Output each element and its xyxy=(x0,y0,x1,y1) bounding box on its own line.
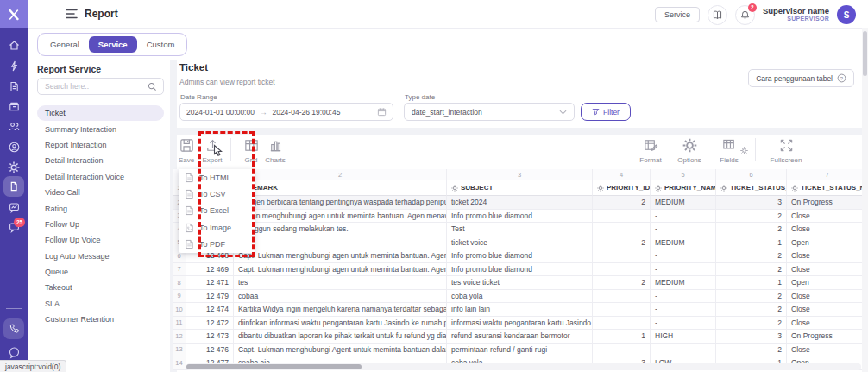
fields-button[interactable]: Fields xyxy=(712,136,746,164)
table-row[interactable]: 812 471testes voice ticket2MEDIUM1Open xyxy=(173,276,868,290)
fullscreen-button[interactable]: Fullscreen xyxy=(766,136,806,164)
format-label: Format xyxy=(633,156,668,164)
bell-icon[interactable]: 2 xyxy=(735,5,755,25)
column-header-ticket_status_id[interactable]: TICKET_STATUS_ID xyxy=(716,180,787,196)
header-gear-icon[interactable] xyxy=(451,185,458,192)
column-header-priority_id[interactable]: PRIORITY_ID xyxy=(593,180,651,196)
menu-icon[interactable] xyxy=(66,9,78,19)
table-cell: On Progress xyxy=(787,330,868,344)
table-row[interactable]: 2an agen berbicara tentang pentingnya wa… xyxy=(173,196,868,210)
options-gear-icon xyxy=(672,136,707,154)
table-row[interactable]: 1312 476Capt. Lukman menghubungi Agent u… xyxy=(173,344,868,357)
report-service-item[interactable]: Summary Interaction xyxy=(37,121,164,136)
home-icon[interactable] xyxy=(0,35,28,55)
user-name: Supervisor name xyxy=(763,7,829,16)
table-row[interactable]: 1012 474Kartika Widya ingin mengeluh kar… xyxy=(173,303,868,317)
charts-toggle-button[interactable]: Charts xyxy=(258,136,292,164)
table-help-label: Cara penggunaan tabel xyxy=(756,74,833,83)
agents-icon[interactable] xyxy=(0,117,28,136)
avatar[interactable]: S xyxy=(837,5,856,24)
service-button[interactable]: Service xyxy=(655,7,700,22)
table-cell: 12 476 xyxy=(186,344,234,357)
filter-button[interactable]: Filter xyxy=(581,103,631,121)
table-cell: permintaan refund / ganti rugi xyxy=(447,344,593,357)
table-row[interactable]: 1112 472diinfokan informasi waktu pengan… xyxy=(173,317,868,331)
report-service-item[interactable]: Follow Up xyxy=(37,217,164,232)
tab-service[interactable]: Service xyxy=(89,36,137,53)
report-service-item[interactable]: Ticket xyxy=(37,105,164,121)
calendar-icon[interactable] xyxy=(377,107,387,117)
header-gear-icon[interactable] xyxy=(720,185,727,192)
table-cell: 2 xyxy=(716,317,787,331)
table-cell xyxy=(593,290,651,304)
report-service-item[interactable]: Queue xyxy=(37,264,164,280)
image-icon xyxy=(185,223,194,233)
table-cell: informasi waktu pengantaran kartu Jasind… xyxy=(447,317,593,331)
table-row[interactable]: 1212 473dibantu dibuatkan laporan ke pih… xyxy=(173,330,868,344)
phone-icon[interactable] xyxy=(0,318,28,338)
table-cell: 12 472 xyxy=(186,317,234,331)
table-cell: 2 xyxy=(716,210,787,224)
report-service-item[interactable]: Customer Retention xyxy=(37,312,164,327)
sidebar-divider xyxy=(6,308,22,309)
inbox-icon[interactable] xyxy=(0,97,28,117)
tab-general[interactable]: General xyxy=(41,36,89,53)
report-service-item[interactable]: Video Call xyxy=(37,185,164,200)
report-service-item[interactable]: Log Auto Message xyxy=(37,249,164,264)
report-service-item[interactable]: Detail Interaction xyxy=(37,153,164,168)
table-cell: Capt. Lukman menghubungi Agent untuk mem… xyxy=(234,344,447,357)
table-row[interactable]: 4ia Anggun sedang melakukan tes.Test-2Cl… xyxy=(173,223,868,236)
options-button[interactable]: Options xyxy=(672,136,707,164)
table-cell xyxy=(234,236,447,250)
vertical-scrollbar-track[interactable] xyxy=(862,28,868,372)
column-header-subject[interactable]: SUBJECT xyxy=(447,180,593,196)
help-icon: ? xyxy=(837,73,846,83)
vertical-scrollbar-thumb[interactable] xyxy=(863,31,867,76)
report-service-item[interactable]: Detail Interaction Voice xyxy=(37,169,164,185)
table-row[interactable]: 3ukman menghubungi agen untuk meminta ba… xyxy=(173,210,868,224)
table-cell: diinfokan informasi waktu pengantaran ka… xyxy=(234,317,447,331)
table-row[interactable]: 712 469Capt. Lukman menghubungi agen unt… xyxy=(173,263,868,277)
report-file-icon[interactable] xyxy=(0,77,28,97)
search-icon[interactable] xyxy=(148,82,163,91)
report-service-item[interactable]: Follow Up Voice xyxy=(37,232,164,248)
column-header-ticket_status_name[interactable]: TICKET_STATUS_NAME xyxy=(787,180,868,196)
report-service-item[interactable]: Rating xyxy=(37,200,164,216)
notification-badge: 2 xyxy=(748,3,757,12)
contact-icon[interactable] xyxy=(0,137,28,157)
report-service-list: TicketSummary InteractionReport Interact… xyxy=(37,105,164,327)
report-service-item[interactable]: Takeout xyxy=(37,280,164,295)
app-logo-x-icon[interactable] xyxy=(0,0,28,28)
report-active-icon[interactable] xyxy=(0,176,28,196)
table-help-button[interactable]: Cara penggunaan tabel ? xyxy=(748,69,854,87)
table-cell: - xyxy=(651,249,716,263)
report-service-item[interactable]: Report Interaction xyxy=(37,137,164,153)
horizontal-scrollbar-thumb[interactable] xyxy=(186,364,362,369)
table-cell: Close xyxy=(787,223,868,236)
table-cell: Close xyxy=(787,344,868,357)
settings-icon[interactable] xyxy=(0,157,28,177)
format-button[interactable]: Format xyxy=(633,136,668,164)
row-index-cell: 8 xyxy=(173,276,186,290)
header-gear-icon[interactable] xyxy=(655,185,662,192)
type-date-select[interactable]: date_start_interaction xyxy=(404,103,575,121)
table-row[interactable]: 612 468Capt. Lukman menghubungi agen unt… xyxy=(173,249,868,263)
header-gear-icon[interactable] xyxy=(597,185,604,192)
table-cell: 2 xyxy=(593,276,651,290)
bolt-icon[interactable] xyxy=(0,56,28,76)
column-header-priority_name[interactable]: PRIORITY_NAME xyxy=(651,180,716,196)
analytics-icon[interactable] xyxy=(0,198,28,218)
table-cell: ia Anggun sedang melakukan tes. xyxy=(234,223,447,236)
book-icon[interactable] xyxy=(708,5,727,25)
header-gear-icon[interactable] xyxy=(791,185,798,192)
table-cell xyxy=(593,317,651,331)
table-cell: Close xyxy=(787,249,868,263)
search-input[interactable] xyxy=(38,82,148,91)
table-row[interactable]: 912 479cobaacoba yola-2Close xyxy=(173,290,868,304)
date-range-input[interactable]: 2024-01-01 00:00:00 → 2024-04-26 19:00:4… xyxy=(179,103,393,121)
table-row[interactable]: 5ticket voice2MEDIUM1Open xyxy=(173,236,868,250)
tab-custom[interactable]: Custom xyxy=(137,36,185,53)
report-service-item[interactable]: SLA xyxy=(37,296,164,312)
fields-icon xyxy=(712,136,746,154)
column-header-remark[interactable]: REMARK xyxy=(234,180,447,196)
